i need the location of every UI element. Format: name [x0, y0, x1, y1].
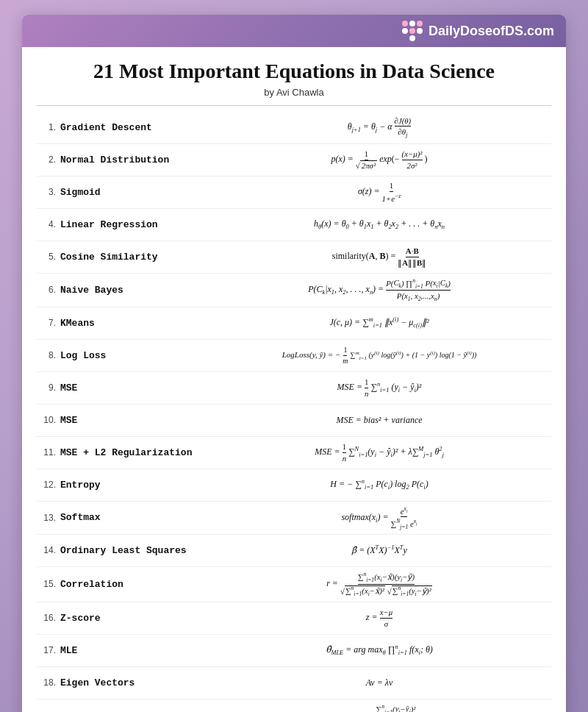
eq-number: 5.: [37, 252, 60, 262]
logo-area: DailyDoseofDS.com: [402, 21, 554, 41]
equation-row: 13. Softmax softmax(xi) = exi ∑Nj=1 exj: [37, 502, 551, 535]
eq-formula: H = − ∑ni=1 P(ci) log2 P(ci): [207, 477, 551, 493]
divider: [37, 105, 551, 106]
eq-number: 17.: [37, 645, 60, 655]
equation-row: 4. Linear Regression hθ(x) = θ0 + θ1x1 +…: [37, 209, 551, 241]
equation-row: 5. Cosine Similarity similarity(A, B) = …: [37, 241, 551, 274]
equation-row: 7. KMeans J(c, μ) = ∑mi=1 ‖x(i) − μc(i)‖…: [37, 307, 551, 340]
eq-number: 15.: [37, 579, 60, 589]
eq-name: KMeans: [60, 318, 207, 329]
eq-number: 8.: [37, 350, 60, 360]
eq-number: 6.: [37, 285, 60, 295]
eq-name: Z-score: [60, 613, 207, 624]
eq-formula: MSE = 1 n ∑ni=1 (yi − ŷi)²: [207, 377, 551, 399]
eq-number: 3.: [37, 187, 60, 197]
page-title: 21 Most Important Equations in Data Scie…: [22, 47, 566, 87]
eq-formula: hθ(x) = θ0 + θ1x1 + θ2x2 + . . . + θnxn: [207, 217, 551, 232]
eq-number: 7.: [37, 318, 60, 328]
eq-number: 10.: [37, 415, 60, 425]
eq-formula: J(c, μ) = ∑mi=1 ‖x(i) − μc(i)‖²: [207, 315, 551, 331]
eq-formula: R² = 1 − ∑ni=1(yi−ŷi)² ∑ni=1(yi−ȳ)²: [207, 703, 551, 712]
eq-number: 4.: [37, 219, 60, 229]
logo-dots: [402, 21, 423, 41]
equation-row: 1. Gradient Descent θj+1 = θj − α ∂J(θ) …: [37, 112, 551, 144]
eq-formula: MSE = 1 n ∑Ni=1(yi − ŷi)² + λ∑Mj=1 θ2j: [207, 442, 551, 463]
equations-list: 1. Gradient Descent θj+1 = θj − α ∂J(θ) …: [22, 112, 566, 712]
logo-text: DailyDoseofDS.com: [429, 24, 554, 39]
dot: [409, 28, 415, 34]
equation-row: 10. MSE MSE = bias² + variance: [37, 405, 551, 437]
eq-formula: softmax(xi) = exi ∑Nj=1 exj: [207, 505, 551, 530]
eq-name: MSE + L2 Regularization: [60, 447, 207, 458]
eq-number: 13.: [37, 513, 60, 523]
eq-formula: P(Ck|x1, x2, . . ., xn) = P(Ck) ∏ni=1 P(…: [207, 277, 551, 303]
eq-name: Entropy: [60, 480, 207, 491]
eq-formula: r = ∑ni=1(xi−x̄)(yi−ȳ) √∑ni=1(xi−x̄)² √∑…: [207, 571, 551, 598]
eq-name: Cosine Similarity: [60, 252, 207, 263]
dot: [417, 21, 423, 26]
eq-name: MSE: [60, 415, 207, 426]
eq-name: MSE: [60, 382, 207, 394]
eq-number: 16.: [37, 613, 60, 623]
equation-row: 8. Log Loss LogLoss(y, ŷ) = − 1 m ∑mi=1 …: [37, 340, 551, 372]
eq-formula: LogLoss(y, ŷ) = − 1 m ∑mi=1 (y(i) log(ŷ(…: [207, 346, 551, 366]
eq-formula: z = x−μ σ: [207, 608, 551, 629]
eq-number: 12.: [37, 480, 60, 490]
eq-formula: θ̂MLE = arg maxθ ∏ni=1 f(xi; θ): [207, 642, 551, 658]
eq-formula: σ(z) = 1 1+e−z: [207, 181, 551, 204]
equation-row: 17. MLE θ̂MLE = arg maxθ ∏ni=1 f(xi; θ): [37, 635, 551, 667]
eq-name: Gradient Descent: [60, 122, 207, 133]
equation-row: 12. Entropy H = − ∑ni=1 P(ci) log2 P(ci): [37, 469, 551, 502]
dot: [417, 35, 423, 41]
dot: [402, 35, 408, 41]
equation-row: 3. Sigmoid σ(z) = 1 1+e−z: [37, 177, 551, 209]
dot: [409, 21, 415, 26]
equation-row: 16. Z-score z = x−μ σ: [37, 602, 551, 635]
eq-name: Log Loss: [60, 350, 207, 361]
page-subtitle: by Avi Chawla: [22, 87, 566, 105]
eq-formula: θj+1 = θj − α ∂J(θ) ∂θj: [207, 116, 551, 139]
eq-name: Ordinary Least Squares: [60, 545, 207, 556]
eq-number: 1.: [37, 122, 60, 132]
equation-row: 9. MSE MSE = 1 n ∑ni=1 (yi − ŷi)²: [37, 372, 551, 405]
eq-formula: Av = λv: [207, 676, 551, 690]
eq-name: Normal Distribution: [60, 154, 207, 165]
eq-name: Correlation: [60, 579, 207, 590]
equation-row: 18. Eigen Vectors Av = λv: [37, 667, 551, 699]
eq-number: 9.: [37, 382, 60, 393]
equation-row: 6. Naive Bayes P(Ck|x1, x2, . . ., xn) =…: [37, 274, 551, 307]
equation-row: 19. R2 R² = 1 − ∑ni=1(yi−ŷi)² ∑ni=1(yi−ȳ…: [37, 699, 551, 712]
eq-number: 14.: [37, 545, 60, 555]
equation-row: 2. Normal Distribution p(x) = 1 √2πσ² ex…: [37, 144, 551, 177]
eq-formula: similarity(A, B) = A·B ‖A‖‖B‖: [207, 246, 551, 268]
equation-row: 15. Correlation r = ∑ni=1(xi−x̄)(yi−ȳ) √…: [37, 567, 551, 602]
dot: [402, 21, 408, 26]
equation-row: 11. MSE + L2 Regularization MSE = 1 n ∑N…: [37, 437, 551, 469]
dot: [409, 35, 415, 41]
header-bar: DailyDoseofDS.com: [22, 15, 566, 47]
eq-formula: p(x) = 1 √2πσ² exp(− (x−μ)² 2σ² ): [207, 149, 551, 171]
eq-name: Softmax: [60, 512, 207, 523]
eq-name: Sigmoid: [60, 187, 207, 198]
eq-number: 2.: [37, 154, 60, 165]
dot: [417, 28, 423, 34]
eq-number: 18.: [37, 677, 60, 688]
eq-formula: β̂ = (XTX)−1XTy: [207, 543, 551, 558]
eq-name: Eigen Vectors: [60, 677, 207, 688]
equation-row: 14. Ordinary Least Squares β̂ = (XTX)−1X…: [37, 535, 551, 567]
eq-name: MLE: [60, 645, 207, 656]
eq-number: 11.: [37, 447, 60, 458]
eq-name: Naive Bayes: [60, 285, 207, 296]
dot: [402, 28, 408, 34]
main-card: DailyDoseofDS.com 21 Most Important Equa…: [22, 15, 566, 712]
eq-name: Linear Regression: [60, 219, 207, 230]
eq-formula: MSE = bias² + variance: [207, 413, 551, 427]
